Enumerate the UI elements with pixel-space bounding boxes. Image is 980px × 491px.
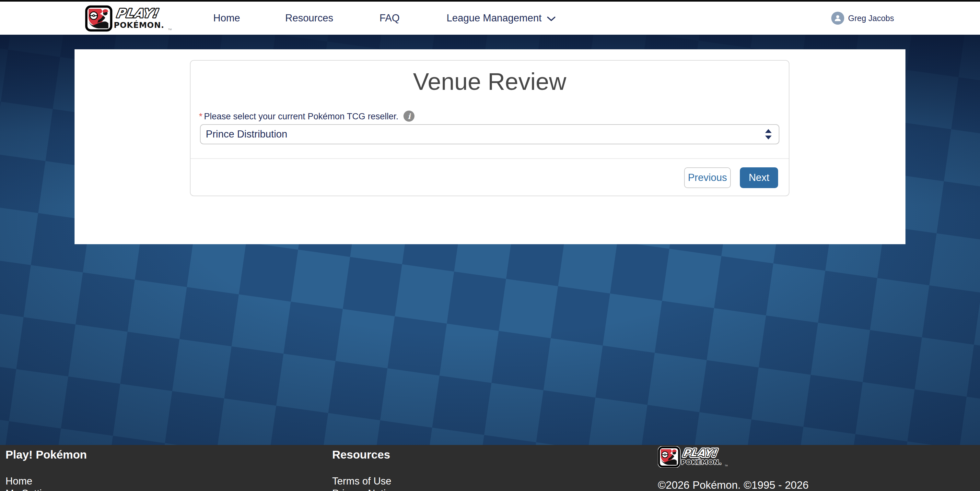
footer-play-pokemon-logo: PLAY! PLAY! POKÉMON. TM xyxy=(658,446,744,468)
logo-tm-mark: TM xyxy=(168,28,172,31)
select-arrow-down-icon xyxy=(765,136,772,139)
info-icon[interactable]: i xyxy=(404,111,415,122)
user-menu[interactable]: Greg Jacobs xyxy=(831,2,894,35)
footer-link-my-settings[interactable]: My Settings xyxy=(5,488,87,491)
footer-link-terms-of-use[interactable]: Terms of Use xyxy=(332,475,396,488)
page-title: Venue Review xyxy=(191,68,789,96)
nav-item-league-management[interactable]: League Management xyxy=(447,2,556,35)
footer-heading-resources: Resources xyxy=(332,448,396,462)
previous-button[interactable]: Previous xyxy=(684,167,731,188)
top-black-bar xyxy=(0,0,980,2)
select-stepper-icon xyxy=(765,129,772,139)
header-nav-bar: PLAY! PLAY! POKÉMON. TM Home Resources F… xyxy=(0,2,980,35)
select-arrow-up-icon xyxy=(765,129,772,133)
nav-item-league-management-label: League Management xyxy=(447,12,541,24)
footer-logo-play-text: PLAY! xyxy=(682,447,718,459)
footer-logo-tm-mark: TM xyxy=(725,464,727,467)
chevron-down-icon xyxy=(547,16,556,22)
content-panel: Venue Review * Please select your curren… xyxy=(75,49,905,244)
footer-link-privacy-notice[interactable]: Privacy Notice xyxy=(332,488,396,491)
avatar xyxy=(831,12,844,25)
nav-item-resources[interactable]: Resources xyxy=(285,2,333,35)
copyright-text: ©2026 Pokémon. ©1995 - 2026 xyxy=(658,479,808,491)
footer-heading-play-pokemon: Play! Pokémon xyxy=(5,448,87,462)
reseller-question-label: Please select your current Pokémon TCG r… xyxy=(204,111,399,122)
venue-review-card: Venue Review * Please select your curren… xyxy=(190,60,789,196)
footer-column-resources: Resources Terms of Use Privacy Notice xyxy=(332,448,396,491)
footer-column-logo: PLAY! PLAY! POKÉMON. TM ©2026 Pokémon. ©… xyxy=(658,446,808,491)
card-footer-divider xyxy=(191,158,789,159)
required-asterisk: * xyxy=(199,111,202,122)
user-name: Greg Jacobs xyxy=(848,14,894,23)
reseller-label-row: * Please select your current Pokémon TCG… xyxy=(199,111,415,122)
logo-play-text: PLAY! xyxy=(115,6,159,21)
footer-logo-pokemon-text: POKÉMON. xyxy=(681,459,722,466)
nav-item-home[interactable]: Home xyxy=(213,2,240,35)
next-button[interactable]: Next xyxy=(740,167,778,188)
footer-logo-pokeball-dot xyxy=(664,454,665,455)
logo-pokeball-dot xyxy=(93,15,94,16)
nav-item-faq[interactable]: FAQ xyxy=(380,2,399,35)
person-icon xyxy=(834,14,842,22)
footer-column-play-pokemon: Play! Pokémon Home My Settings xyxy=(5,448,87,491)
card-action-buttons: Previous Next xyxy=(684,167,778,188)
reseller-select[interactable]: Prince Distribution xyxy=(200,124,780,144)
play-pokemon-logo[interactable]: PLAY! PLAY! POKÉMON. TM xyxy=(85,5,185,32)
reseller-selected-value: Prince Distribution xyxy=(206,128,288,140)
logo-pokemon-text: POKÉMON. xyxy=(114,21,164,30)
page-footer: Play! Pokémon Home My Settings Resources… xyxy=(0,445,980,491)
footer-link-home[interactable]: Home xyxy=(5,475,87,488)
